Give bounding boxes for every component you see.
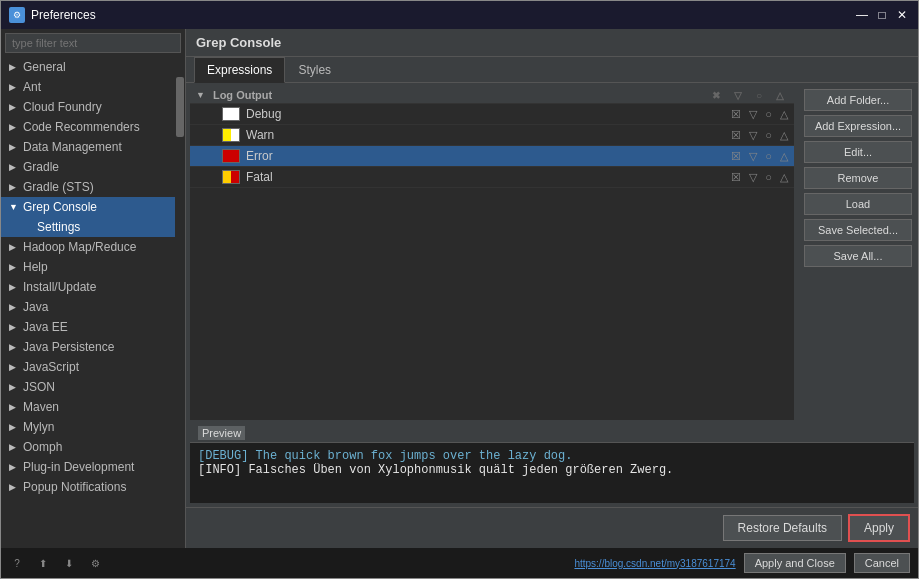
sidebar-item-label: JSON — [23, 380, 55, 394]
tab-content: ▼ Log Output ✖ ▽ ○ △ — [186, 83, 918, 507]
checkbox-icon[interactable]: ☒ — [731, 171, 741, 184]
tab-styles[interactable]: Styles — [285, 57, 344, 82]
sidebar-item-gradle[interactable]: ▶ Gradle — [1, 157, 175, 177]
sidebar-item-popup-notifications[interactable]: ▶ Popup Notifications — [1, 477, 175, 497]
expression-row-warn[interactable]: Warn ☒ ▽ ○ △ — [190, 125, 794, 146]
expression-row-error[interactable]: Error ☒ ▽ ○ △ — [190, 146, 794, 167]
sidebar-item-gradle-sts[interactable]: ▶ Gradle (STS) — [1, 177, 175, 197]
expression-name-error: Error — [246, 149, 725, 163]
title-bar: ⚙ Preferences — □ ✕ — [1, 1, 918, 29]
expression-name-fatal: Fatal — [246, 170, 725, 184]
tab-expressions[interactable]: Expressions — [194, 57, 285, 83]
remove-button[interactable]: Remove — [804, 167, 912, 189]
sidebar-scrollbar[interactable] — [175, 57, 185, 548]
sidebar-item-label: Java Persistence — [23, 340, 114, 354]
sidebar-item-cloud-foundry[interactable]: ▶ Cloud Foundry — [1, 97, 175, 117]
footer-link[interactable]: https://blog.csdn.net/my3187617174 — [574, 558, 735, 569]
sidebar-item-install-update[interactable]: ▶ Install/Update — [1, 277, 175, 297]
sidebar-item-label: Oomph — [23, 440, 62, 454]
edit-button[interactable]: Edit... — [804, 141, 912, 163]
triangle-icon[interactable]: △ — [780, 171, 788, 184]
triangle-icon[interactable]: △ — [780, 129, 788, 142]
expand-arrow: ▶ — [9, 302, 19, 312]
sidebar-item-plugin-dev[interactable]: ▶ Plug-in Development — [1, 457, 175, 477]
group-label: Log Output — [213, 89, 272, 101]
preview-content: [DEBUG] The quick brown fox jumps over t… — [190, 443, 914, 503]
sidebar-item-settings[interactable]: Settings — [1, 217, 175, 237]
sidebar-item-label: Gradle — [23, 160, 59, 174]
window-title: Preferences — [31, 8, 848, 22]
restore-defaults-button[interactable]: Restore Defaults — [723, 515, 842, 541]
sidebar-item-java[interactable]: ▶ Java — [1, 297, 175, 317]
preview-label-text: Preview — [198, 426, 245, 440]
minimize-button[interactable]: — — [854, 7, 870, 23]
close-button[interactable]: ✕ — [894, 7, 910, 23]
filter-icon[interactable]: ▽ — [749, 108, 757, 121]
sidebar-item-label: Plug-in Development — [23, 460, 134, 474]
radio-icon[interactable]: ○ — [765, 108, 772, 120]
checkbox-icon[interactable]: ☒ — [731, 129, 741, 142]
radio-icon[interactable]: ○ — [765, 150, 772, 162]
add-expression-button[interactable]: Add Expression... — [804, 115, 912, 137]
sidebar-item-hadoop[interactable]: ▶ Hadoop Map/Reduce — [1, 237, 175, 257]
apply-button[interactable]: Apply — [848, 514, 910, 542]
apply-and-close-button[interactable]: Apply and Close — [744, 553, 846, 573]
window-icon: ⚙ — [9, 7, 25, 23]
add-folder-button[interactable]: Add Folder... — [804, 89, 912, 111]
sidebar-item-javascript[interactable]: ▶ JavaScript — [1, 357, 175, 377]
radio-icon[interactable]: ○ — [765, 129, 772, 141]
sidebar-item-maven[interactable]: ▶ Maven — [1, 397, 175, 417]
sidebar-item-code-recommenders[interactable]: ▶ Code Recommenders — [1, 117, 175, 137]
import-icon[interactable]: ⬆ — [35, 555, 51, 571]
sidebar-item-mylyn[interactable]: ▶ Mylyn — [1, 417, 175, 437]
sidebar-item-label: Install/Update — [23, 280, 96, 294]
color-swatch-fatal — [222, 170, 240, 184]
triangle-icon[interactable]: △ — [780, 150, 788, 163]
sidebar-item-oomph[interactable]: ▶ Oomph — [1, 437, 175, 457]
filter-icon[interactable]: ▽ — [749, 171, 757, 184]
radio-icon[interactable]: ○ — [765, 171, 772, 183]
save-selected-button[interactable]: Save Selected... — [804, 219, 912, 241]
filter-icon[interactable]: ▽ — [749, 150, 757, 163]
sidebar-item-general[interactable]: ▶ General — [1, 57, 175, 77]
sidebar-item-grep-console[interactable]: ▼ Grep Console — [1, 197, 175, 217]
sidebar-item-data-management[interactable]: ▶ Data Management — [1, 137, 175, 157]
maximize-button[interactable]: □ — [874, 7, 890, 23]
sidebar-item-label: Grep Console — [23, 200, 97, 214]
expand-arrow: ▶ — [9, 322, 19, 332]
sidebar-search-input[interactable] — [5, 33, 181, 53]
expression-row-debug[interactable]: Debug ☒ ▽ ○ △ — [190, 104, 794, 125]
sidebar-item-java-persistence[interactable]: ▶ Java Persistence — [1, 337, 175, 357]
load-button[interactable]: Load — [804, 193, 912, 215]
preview-label: Preview — [190, 424, 914, 443]
filter-icon[interactable]: ▽ — [749, 129, 757, 142]
expand-arrow: ▶ — [9, 262, 19, 272]
expand-arrow: ▶ — [9, 162, 19, 172]
save-all-button[interactable]: Save All... — [804, 245, 912, 267]
expand-arrow: ▶ — [9, 402, 19, 412]
sidebar-item-help[interactable]: ▶ Help — [1, 257, 175, 277]
sidebar-item-label: Mylyn — [23, 420, 54, 434]
checkbox-icon[interactable]: ☒ — [731, 150, 741, 163]
expand-arrow: ▶ — [9, 242, 19, 252]
help-icon[interactable]: ? — [9, 555, 25, 571]
cancel-button[interactable]: Cancel — [854, 553, 910, 573]
footer-right: https://blog.csdn.net/my3187617174 Apply… — [574, 553, 910, 573]
expression-name-warn: Warn — [246, 128, 725, 142]
expand-arrow: ▼ — [9, 202, 19, 212]
export-icon[interactable]: ⬇ — [61, 555, 77, 571]
sidebar-item-label: Maven — [23, 400, 59, 414]
expand-arrow: ▶ — [9, 482, 19, 492]
color-swatch-debug — [222, 107, 240, 121]
triangle-icon[interactable]: △ — [780, 108, 788, 121]
sidebar-item-java-ee[interactable]: ▶ Java EE — [1, 317, 175, 337]
sidebar-item-json[interactable]: ▶ JSON — [1, 377, 175, 397]
expression-row-fatal[interactable]: Fatal ☒ ▽ ○ △ — [190, 167, 794, 188]
expression-icons-fatal: ☒ ▽ ○ △ — [731, 171, 788, 184]
sidebar-item-ant[interactable]: ▶ Ant — [1, 77, 175, 97]
expression-icons-debug: ☒ ▽ ○ △ — [731, 108, 788, 121]
panel-header: Grep Console — [186, 29, 918, 57]
checkbox-icon[interactable]: ☒ — [731, 108, 741, 121]
expand-arrow: ▶ — [9, 82, 19, 92]
settings-icon[interactable]: ⚙ — [87, 555, 103, 571]
